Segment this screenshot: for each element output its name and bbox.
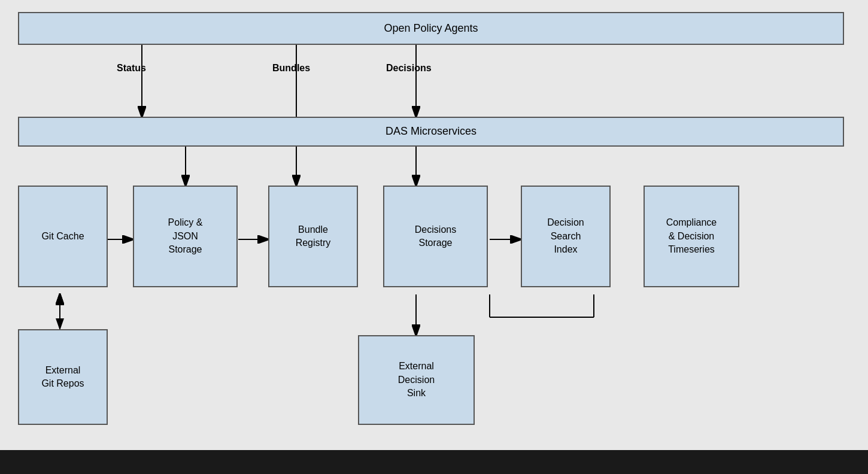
das-microservices-box: DAS Microservices [18,117,844,147]
policy-json-storage-box: Policy & JSON Storage [133,186,238,287]
decisions-label: Decisions [386,63,432,74]
compliance-decision-timeseries-box: Compliance & Decision Timeseries [644,186,739,287]
external-git-repos-box: External Git Repos [18,329,108,425]
status-label: Status [117,63,146,74]
decision-search-index-box: Decision Search Index [521,186,611,287]
decisions-storage-box: Decisions Storage [383,186,488,287]
open-policy-agents-box: Open Policy Agents [18,12,844,45]
git-cache-box: Git Cache [18,186,108,287]
bundles-label: Bundles [272,63,310,74]
bundle-registry-box: Bundle Registry [268,186,358,287]
black-bar [0,450,868,474]
external-decision-sink-box: External Decision Sink [358,335,475,425]
diagram-container: Open Policy Agents Status Bundles Decisi… [0,0,868,450]
